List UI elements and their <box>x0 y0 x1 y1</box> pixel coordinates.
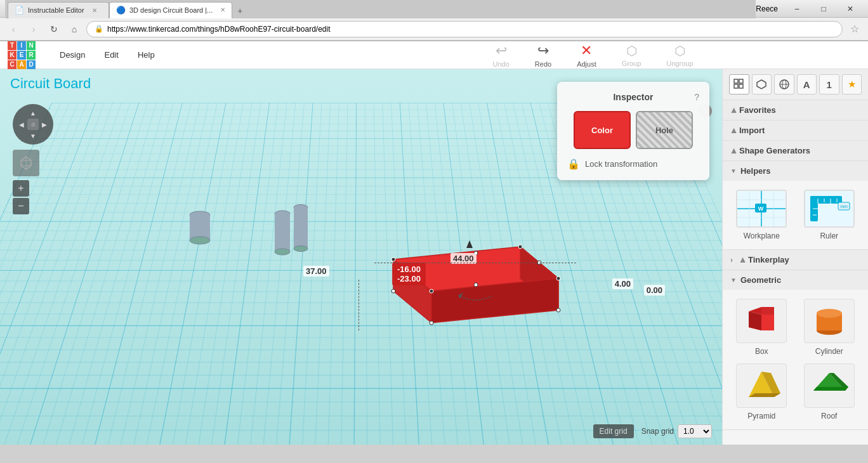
new-tab-button[interactable]: + <box>232 3 247 18</box>
shape-generators-header[interactable]: ▶ Shape Generators <box>723 141 868 160</box>
helpers-header[interactable]: ▼ Helpers <box>723 161 868 181</box>
workplane-item[interactable]: W Workplane <box>732 190 792 240</box>
panel-text-button[interactable]: A <box>797 74 817 95</box>
inspector-panel: ? Inspector Color Hole 🔒 Lock transforma… <box>557 82 709 180</box>
tab-instructable[interactable]: 📄 Instructable Editor ✕ <box>8 2 109 18</box>
tab-favicon-1: 📄 <box>15 6 24 15</box>
address-bar-row: ‹ › ↻ ⌂ 🔒 ☆ <box>0 18 868 41</box>
panel-number-button[interactable]: 1 <box>819 74 839 95</box>
tab-favicon-2: 🔵 <box>116 6 126 15</box>
color-button[interactable]: Color <box>574 111 631 149</box>
undo-button[interactable]: ↩ Undo <box>488 40 515 70</box>
zoom-controls: + − <box>13 180 53 214</box>
panel-globe-button[interactable] <box>774 74 794 95</box>
panel-star-button[interactable]: ★ <box>842 74 862 95</box>
snap-grid-select[interactable]: 1.0 0.5 0.25 0.1 <box>678 424 712 438</box>
url-input[interactable] <box>107 25 834 34</box>
pyramid-shape-item[interactable]: Pyramid <box>732 363 792 421</box>
nav-down-arrow[interactable]: ▼ <box>27 130 39 141</box>
adjust-button[interactable]: ✕ Adjust <box>572 40 602 70</box>
maximize-button[interactable]: □ <box>811 0 836 18</box>
ruler-svg: mm <box>805 191 853 226</box>
nav-center-btn[interactable]: ⊙ <box>27 119 39 130</box>
tinkercad-logo[interactable]: T I N K E R C A D <box>8 41 36 69</box>
redo-icon: ↪ <box>537 42 549 59</box>
favorites-header[interactable]: ▶ Favorites <box>723 100 868 120</box>
panel-grid-button[interactable] <box>729 74 749 95</box>
navigation-controls[interactable]: ▲ ◀ ⊙ ▶ ▼ <box>13 104 53 214</box>
box-thumb <box>736 299 787 343</box>
box-label: Box <box>755 347 768 356</box>
nav-right-arrow[interactable]: ▶ <box>39 119 50 130</box>
bookmark-button[interactable]: ☆ <box>846 21 863 37</box>
geometric-header[interactable]: ▼ Geometric <box>723 270 868 290</box>
roof-shape-item[interactable]: Roof <box>799 363 860 421</box>
reload-button[interactable]: ↻ <box>46 21 62 37</box>
tab-label-1: Instructable Editor <box>28 6 84 14</box>
minimize-button[interactable]: – <box>784 0 810 18</box>
svg-text:mm: mm <box>840 204 848 209</box>
ungroup-label: Ungroup <box>666 60 693 67</box>
back-button[interactable]: ‹ <box>5 21 22 37</box>
canvas-area[interactable]: Circuit Board ▲ ◀ ⊙ ▶ ▼ <box>0 69 722 445</box>
tab-close-2[interactable]: ✕ <box>220 6 225 13</box>
import-header[interactable]: ▶ Import <box>723 121 868 140</box>
edit-grid-button[interactable]: Edit grid <box>593 424 634 438</box>
box-shape-item[interactable]: Box <box>732 299 792 356</box>
home-button[interactable]: ⌂ <box>66 21 82 37</box>
close-button[interactable]: ✕ <box>838 0 863 18</box>
roof-shape-svg <box>807 367 852 405</box>
favorites-section: ▶ Favorites <box>723 100 868 121</box>
ruler-label: Ruler <box>820 232 838 240</box>
ruler-item[interactable]: mm Ruler <box>799 190 860 240</box>
pyramid-label: Pyramid <box>747 412 775 421</box>
tinkerplay-header[interactable]: › ▶ Tinkerplay <box>723 250 868 270</box>
group-label: Group <box>622 60 641 67</box>
view-cube[interactable] <box>13 150 39 176</box>
nav-left-arrow[interactable]: ◀ <box>16 119 27 130</box>
tinkerplay-arrow: › <box>730 256 733 264</box>
helpers-label: Helpers <box>740 166 771 176</box>
lock-icon: 🔒 <box>567 158 580 170</box>
nav-down-left <box>16 130 27 141</box>
svg-marker-59 <box>749 311 761 330</box>
shape-generators-label: Shape Generators <box>739 146 810 155</box>
pyramid-shape-svg <box>739 367 784 405</box>
right-panel: A 1 ★ ▶ Favorites ▶ Import <box>722 69 868 445</box>
zoom-out-button[interactable]: − <box>13 198 29 214</box>
project-title: Circuit Board <box>10 75 91 91</box>
helpers-grid: W Workplane <box>723 181 868 249</box>
shape-generators-section: ▶ Shape Generators <box>723 141 868 161</box>
lock-label: Lock transformation <box>585 159 657 169</box>
toolbar-center: ↩ Undo ↪ Redo ✕ Adjust ⬡ Group ⬡ Ungroup <box>488 40 699 70</box>
nav-up-right <box>39 107 50 119</box>
logo-A: A <box>17 60 26 69</box>
tab-close-1[interactable]: ✕ <box>92 7 97 14</box>
ssl-lock-icon: 🔒 <box>95 25 103 33</box>
inspector-help-button[interactable]: ? <box>694 92 699 102</box>
redo-button[interactable]: ↪ Redo <box>530 40 556 70</box>
tab-tinkercad[interactable]: 🔵 3D design Circuit Board |... ✕ <box>109 2 232 18</box>
menu-bar: T I N K E R C A D Design Edit Help ↩ Und… <box>0 41 868 69</box>
menu-design[interactable]: Design <box>51 46 94 63</box>
nav-circle[interactable]: ▲ ◀ ⊙ ▶ ▼ <box>13 104 53 145</box>
menu-edit[interactable]: Edit <box>95 46 127 63</box>
snap-grid-label: Snap grid <box>641 427 674 436</box>
cylinder-shape-item[interactable]: Cylinder <box>799 299 860 356</box>
nav-down-right <box>39 130 50 141</box>
panel-cube-button[interactable] <box>752 74 772 95</box>
logo-K: K <box>8 51 16 60</box>
menu-help[interactable]: Help <box>129 46 164 63</box>
address-bar[interactable]: 🔒 <box>86 21 843 37</box>
group-button[interactable]: ⬡ Group <box>617 41 647 70</box>
cylinder-shape-svg <box>807 302 852 340</box>
import-section: ▶ Import <box>723 121 868 141</box>
lock-row[interactable]: 🔒 Lock transformation <box>567 158 699 170</box>
tinkerplay-chevron: ▶ <box>739 258 746 263</box>
forward-button[interactable]: › <box>25 21 42 37</box>
ungroup-button[interactable]: ⬡ Ungroup <box>661 41 698 70</box>
ruler-thumb: mm <box>804 190 855 228</box>
zoom-in-button[interactable]: + <box>13 180 29 197</box>
nav-up-arrow[interactable]: ▲ <box>27 107 39 119</box>
hole-button[interactable]: Hole <box>636 111 693 149</box>
